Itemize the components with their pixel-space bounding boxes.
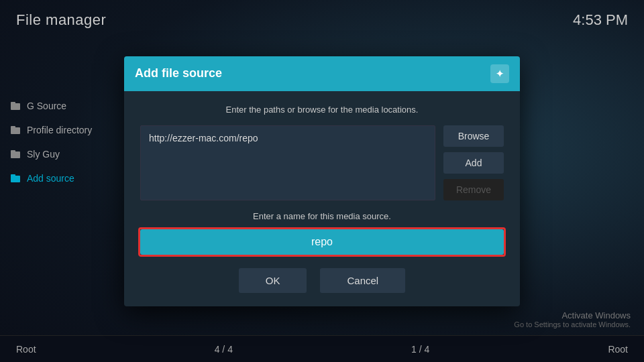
side-buttons: Browse Add Remove — [443, 125, 504, 200]
dialog-header: Add file source ✦ — [124, 56, 520, 91]
add-button[interactable]: Add — [443, 152, 504, 174]
remove-button[interactable]: Remove — [443, 179, 504, 200]
dialog-title: Add file source — [135, 66, 222, 80]
dialog-actions: OK Cancel — [140, 268, 504, 293]
name-input[interactable] — [140, 229, 504, 255]
path-row: http://ezzer-mac.com/repo Browse Add Rem… — [140, 125, 504, 200]
name-input-wrapper — [140, 229, 504, 255]
modal-overlay: Add file source ✦ Enter the paths or bro… — [0, 0, 644, 362]
kodi-icon: ✦ — [490, 64, 509, 83]
add-file-source-dialog: Add file source ✦ Enter the paths or bro… — [124, 56, 520, 306]
ok-button[interactable]: OK — [239, 268, 307, 293]
name-instruction: Enter a name for this media source. — [140, 211, 504, 221]
browse-button[interactable]: Browse — [443, 125, 504, 147]
cancel-button[interactable]: Cancel — [320, 268, 405, 293]
path-instruction: Enter the paths or browse for the media … — [140, 105, 504, 115]
dialog-body: Enter the paths or browse for the media … — [124, 91, 520, 306]
path-display[interactable]: http://ezzer-mac.com/repo — [140, 125, 435, 200]
